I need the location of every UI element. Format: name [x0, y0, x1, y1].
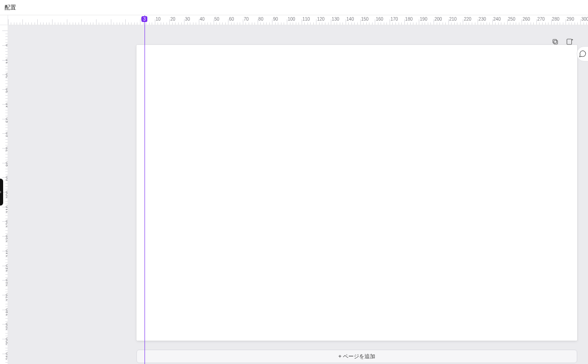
v-ruler-label: 50	[5, 118, 8, 123]
ruler-corner	[0, 15, 8, 25]
h-ruler-label: 80	[259, 17, 263, 22]
h-ruler-label: 130	[332, 17, 339, 22]
v-ruler-label: 60	[5, 132, 8, 137]
v-ruler-label: 70	[5, 147, 8, 152]
v-ruler-label: 170	[5, 294, 8, 301]
h-ruler-label: 100	[288, 17, 295, 22]
h-ruler-label: 210	[449, 17, 457, 22]
v-ruler-label: 190	[5, 323, 8, 330]
design-page[interactable]	[136, 45, 577, 341]
chevron-right-icon	[0, 190, 3, 194]
canvas-area[interactable]	[8, 25, 588, 364]
side-panel-toggle[interactable]	[0, 179, 3, 206]
page-title: 配置	[4, 4, 16, 12]
new-page-button[interactable]	[565, 37, 575, 47]
v-ruler-label: 110	[5, 206, 8, 213]
h-ruler-label: 10	[156, 17, 161, 22]
h-ruler-label: 50	[215, 17, 219, 22]
h-ruler-label: 250	[508, 17, 516, 22]
duplicate-page-button[interactable]	[550, 37, 560, 47]
h-ruler-label: 140	[347, 17, 354, 22]
h-ruler-label: 280	[552, 17, 560, 22]
v-ruler-label: 120	[5, 220, 8, 228]
h-ruler-label: 110	[303, 17, 310, 22]
h-ruler-label: 230	[478, 17, 486, 22]
h-ruler-label: 190	[420, 17, 427, 22]
v-ruler-label: 40	[5, 103, 8, 108]
v-ruler-label: 140	[5, 250, 8, 257]
v-ruler-label: 210	[5, 352, 8, 360]
svg-rect-1	[553, 39, 557, 43]
h-ruler-label: 260	[522, 17, 530, 22]
h-ruler-label: 40	[200, 17, 205, 22]
h-ruler-label: 20	[170, 17, 175, 22]
v-ruler-label: 30	[5, 88, 8, 93]
horizontal-ruler[interactable]: 0102030405060708090100110120130140150160…	[8, 15, 588, 25]
h-ruler-label: 160	[376, 17, 383, 22]
v-ruler-label: 130	[5, 235, 8, 242]
v-ruler-label: 150	[5, 264, 8, 272]
h-ruler-label: 270	[537, 17, 545, 22]
v-ruler-label: 20	[5, 73, 8, 78]
guide-value-badge: 3	[141, 16, 148, 22]
v-ruler-label: 10	[5, 59, 8, 64]
h-ruler-label: 60	[229, 17, 234, 22]
top-bar: 配置	[0, 0, 588, 15]
h-ruler-label: 30	[185, 17, 190, 22]
v-ruler-label: 0	[5, 44, 8, 47]
comments-toggle[interactable]	[577, 46, 588, 61]
h-ruler-label: 220	[464, 17, 471, 22]
h-ruler-label: 70	[244, 17, 249, 22]
v-ruler-label: 160	[5, 279, 8, 286]
duplicate-icon	[551, 38, 559, 46]
v-ruler-label: 80	[5, 162, 8, 167]
v-ruler-label: 100	[5, 191, 8, 198]
page-toolbar	[550, 37, 575, 47]
h-ruler-label: 150	[361, 17, 369, 22]
svg-rect-2	[567, 39, 572, 44]
add-page-label: + ページを追加	[338, 353, 375, 360]
h-ruler-label: 240	[493, 17, 501, 22]
h-ruler-label: 90	[273, 17, 278, 22]
v-ruler-label: 180	[5, 308, 8, 316]
add-page-icon	[566, 38, 574, 46]
h-ruler-label: 180	[405, 17, 413, 22]
svg-rect-0	[554, 40, 557, 44]
h-ruler-label: 290	[566, 17, 574, 22]
comment-icon	[579, 50, 587, 58]
h-ruler-label: 120	[317, 17, 325, 22]
v-ruler-label: 200	[5, 338, 8, 345]
add-page-button[interactable]: + ページを追加	[136, 350, 577, 363]
h-ruler-label: 300	[581, 17, 588, 22]
h-ruler-label: 200	[434, 17, 442, 22]
v-ruler-label: 90	[5, 176, 8, 181]
h-ruler-label: 170	[391, 17, 398, 22]
